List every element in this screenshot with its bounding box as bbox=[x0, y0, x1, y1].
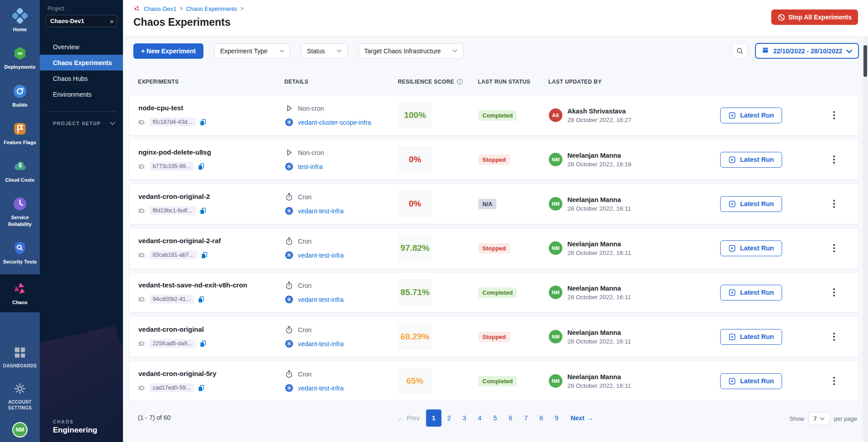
infrastructure-link[interactable]: vedant-test-infra bbox=[298, 296, 344, 303]
infrastructure-link[interactable]: vedant-test-infra bbox=[298, 252, 344, 259]
module-label: Builds bbox=[12, 102, 28, 108]
page-number-2[interactable]: 2 bbox=[441, 409, 457, 427]
experiment-type-filter[interactable]: Experiment Type bbox=[214, 43, 290, 59]
kebab-menu[interactable] bbox=[829, 330, 840, 343]
prev-page-button[interactable]: ← Prev bbox=[394, 410, 423, 426]
status-filter[interactable]: Status bbox=[301, 43, 348, 59]
play-box-icon bbox=[728, 200, 736, 208]
user-avatar[interactable]: NM bbox=[12, 422, 28, 437]
kebab-menu[interactable] bbox=[829, 241, 840, 255]
nav-item-chaos-experiments[interactable]: Chaos Experiments bbox=[40, 55, 123, 71]
kebab-menu[interactable] bbox=[829, 153, 840, 166]
updated-at: 28 October 2022, 16:11 bbox=[567, 249, 631, 256]
project-name: Chaos-Dev1 bbox=[50, 18, 84, 24]
resilience-score-box: 97.82% bbox=[398, 235, 432, 261]
experiment-row[interactable]: node-cpu-test ID: f0c187d4-43d... Non-cr… bbox=[129, 95, 859, 136]
security-tests-icon bbox=[12, 240, 28, 256]
sidebar-item-chaos[interactable]: Chaos bbox=[0, 274, 40, 312]
sidebar-item-dashboards[interactable]: DASHBOARDS bbox=[0, 341, 40, 372]
page-number-1[interactable]: 1 bbox=[426, 409, 441, 427]
latest-run-button[interactable]: Latest Run bbox=[720, 196, 782, 212]
scrollbar[interactable] bbox=[863, 37, 868, 442]
schedule-type: Cron bbox=[298, 238, 311, 245]
latest-run-button[interactable]: Latest Run bbox=[720, 240, 782, 256]
next-page-button[interactable]: Next → bbox=[567, 410, 597, 426]
new-experiment-button[interactable]: + New Experiment bbox=[133, 43, 203, 59]
last-run-status-badge: N/A bbox=[478, 199, 496, 209]
latest-run-button[interactable]: Latest Run bbox=[720, 329, 782, 345]
stop-all-experiments-button[interactable]: Stop All Experiments bbox=[771, 9, 858, 25]
kebab-menu[interactable] bbox=[829, 197, 840, 211]
sidebar-item-feature-flags[interactable]: Feature Flags bbox=[0, 118, 40, 149]
sidebar-item-service-reliability[interactable]: Service Reliability bbox=[0, 193, 40, 230]
sidebar-item-home[interactable]: Home bbox=[0, 5, 40, 36]
latest-run-button[interactable]: Latest Run bbox=[720, 373, 782, 389]
experiment-row[interactable]: vedant-cron-original-5ry ID: cad17ed0-59… bbox=[129, 361, 859, 401]
page-number-3[interactable]: 3 bbox=[457, 409, 472, 427]
updated-by-name: Neelanjan Manna bbox=[567, 240, 631, 248]
expand-project-icon[interactable]: » bbox=[110, 18, 113, 25]
copy-icon[interactable] bbox=[197, 384, 205, 392]
sidebar-item-account-settings[interactable]: ACCOUNT SETTINGS bbox=[0, 377, 40, 414]
sidebar-item-deployments[interactable]: ∞ Deployments bbox=[0, 42, 40, 73]
date-range-picker[interactable]: 22/10/2022 - 28/10/2022 bbox=[755, 43, 859, 59]
copy-icon[interactable] bbox=[199, 118, 207, 126]
search-button[interactable] bbox=[732, 43, 748, 59]
chevron-down-icon bbox=[110, 122, 115, 125]
page-number-4[interactable]: 4 bbox=[472, 409, 487, 427]
chaos-icon bbox=[12, 281, 28, 297]
resilience-score-box: 0% bbox=[398, 191, 432, 217]
scrollbar-thumb[interactable] bbox=[863, 45, 867, 77]
page-number-9[interactable]: 9 bbox=[549, 409, 564, 427]
infrastructure-link[interactable]: vedant-cluster-scope-infra bbox=[298, 119, 371, 126]
filter-label: Status bbox=[307, 47, 325, 55]
updated-by-name: Neelanjan Manna bbox=[567, 373, 631, 381]
project-setup-toggle[interactable]: PROJECT SETUP bbox=[40, 121, 123, 126]
id-label: ID: bbox=[138, 385, 146, 391]
infrastructure-link[interactable]: vedant-test-infra bbox=[298, 385, 344, 392]
per-page-select[interactable]: 7 bbox=[808, 412, 830, 425]
experiment-row[interactable]: vedant-test-save-nd-exit-v8h-cron ID: 94… bbox=[129, 272, 859, 313]
experiment-row[interactable]: vedant-cron-original-2-raf ID: 83cab181-… bbox=[129, 228, 859, 268]
infrastructure-link[interactable]: test-infra bbox=[298, 163, 322, 170]
info-icon[interactable] bbox=[457, 79, 463, 85]
kubernetes-infra-icon bbox=[285, 339, 293, 348]
latest-run-button[interactable]: Latest Run bbox=[720, 285, 782, 301]
page-number-5[interactable]: 5 bbox=[487, 409, 503, 427]
chevron-down-icon bbox=[820, 417, 825, 420]
copy-icon[interactable] bbox=[197, 163, 205, 170]
target-infrastructure-filter[interactable]: Target Chaos Infrastructure bbox=[359, 43, 464, 59]
copy-icon[interactable] bbox=[199, 340, 207, 348]
infrastructure-link[interactable]: vedant-test-infra bbox=[298, 207, 344, 215]
kebab-menu[interactable] bbox=[829, 374, 840, 388]
breadcrumb-project[interactable]: Chaos-Dev1 bbox=[144, 5, 176, 12]
last-run-status-badge: Stopped bbox=[478, 332, 510, 342]
copy-icon[interactable] bbox=[199, 207, 207, 215]
copy-icon[interactable] bbox=[200, 251, 208, 259]
page-header: Chaos-Dev1 > Chaos Experiments > Chaos E… bbox=[123, 0, 868, 37]
per-page-label: per page bbox=[834, 415, 857, 422]
infrastructure-link[interactable]: vedant-test-infra bbox=[298, 340, 344, 348]
project-nav-items: Overview Chaos Experiments Chaos Hubs En… bbox=[40, 39, 123, 102]
nav-item-environments[interactable]: Environments bbox=[40, 86, 123, 102]
page-number-8[interactable]: 8 bbox=[533, 409, 549, 427]
last-run-status-badge: Stopped bbox=[478, 243, 510, 254]
page-number-7[interactable]: 7 bbox=[518, 409, 533, 427]
service-reliability-icon bbox=[12, 196, 28, 212]
experiment-row[interactable]: nginx-pod-delete-u8sg ID: b773c335-99...… bbox=[129, 139, 859, 180]
experiment-row[interactable]: vedant-cron-original-2 ID: f6d19bc1-fedf… bbox=[129, 183, 859, 224]
latest-run-button[interactable]: Latest Run bbox=[720, 108, 782, 123]
latest-run-button[interactable]: Latest Run bbox=[720, 152, 782, 168]
nav-item-overview[interactable]: Overview bbox=[40, 39, 123, 55]
experiment-row[interactable]: vedant-cron-original ID: 225fcad5-da9...… bbox=[129, 316, 859, 357]
nav-item-chaos-hubs[interactable]: Chaos Hubs bbox=[40, 71, 123, 86]
copy-icon[interactable] bbox=[197, 296, 205, 303]
sidebar-item-cloud-costs[interactable]: $ Cloud Costs bbox=[0, 155, 40, 186]
kebab-menu[interactable] bbox=[829, 108, 840, 122]
sidebar-item-security-tests[interactable]: Security Tests bbox=[0, 237, 40, 268]
project-selector[interactable]: Chaos-Dev1 » bbox=[46, 15, 117, 27]
sidebar-item-builds[interactable]: Builds bbox=[0, 80, 40, 111]
kebab-menu[interactable] bbox=[829, 286, 840, 299]
page-number-6[interactable]: 6 bbox=[503, 409, 518, 427]
breadcrumb-experiments[interactable]: Chaos Experiments bbox=[186, 5, 237, 12]
